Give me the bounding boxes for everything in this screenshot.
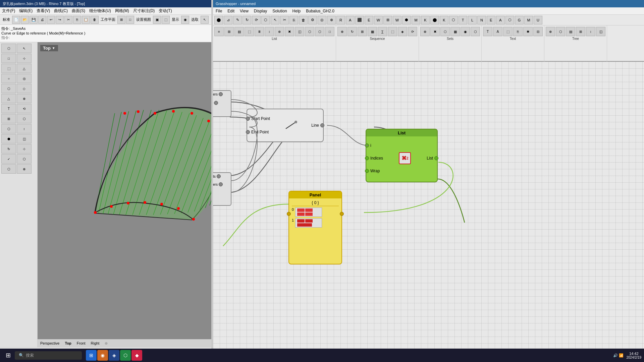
gh-tb-btn18[interactable]: W bbox=[374, 16, 383, 24]
menu-edit[interactable]: 编辑(E) bbox=[17, 8, 35, 14]
tab-front[interactable]: Front bbox=[77, 341, 86, 345]
gh-tb-btn11[interactable]: ⚙ bbox=[308, 16, 317, 24]
taskbar-app2[interactable]: ◉ bbox=[97, 350, 108, 361]
gh-list-icon2[interactable]: ⊞ bbox=[224, 27, 234, 36]
gh-tb-btn31[interactable]: A bbox=[496, 16, 505, 24]
menu-curve[interactable]: 曲线(C) bbox=[52, 8, 70, 14]
gh-seq-icon7[interactable]: ◈ bbox=[398, 27, 407, 36]
gh-tb-btn32[interactable]: ⬡ bbox=[505, 16, 514, 24]
lt-btn15[interactable]: ⊞ bbox=[1, 114, 16, 123]
gh-tb-btn12[interactable]: ◎ bbox=[318, 16, 326, 24]
gh-sets-icon5[interactable]: ◉ bbox=[461, 27, 470, 36]
menu-surface[interactable]: 曲面(S) bbox=[70, 8, 87, 14]
tb-s1[interactable]: ↖ bbox=[201, 16, 209, 24]
gh-seq-icon3[interactable]: ⊞ bbox=[358, 27, 367, 36]
lt-btn14[interactable]: ⟲ bbox=[17, 104, 32, 113]
taskbar-app4[interactable]: ⬡ bbox=[120, 350, 131, 361]
tb-open[interactable]: 📂 bbox=[21, 16, 29, 24]
gh-list-icon11[interactable]: ⬡ bbox=[315, 27, 324, 36]
menu-dim[interactable]: 尺寸标注(D) bbox=[131, 8, 157, 14]
lt-btn18[interactable]: ↕ bbox=[17, 124, 32, 133]
gh-menu-view[interactable]: View bbox=[237, 9, 251, 13]
gh-tb-btn23[interactable]: K bbox=[421, 16, 430, 24]
gh-list-icon9[interactable]: ◫ bbox=[295, 27, 304, 36]
lt-btn25[interactable]: ⬡ bbox=[1, 164, 16, 174]
gh-seq-icon6[interactable]: ⬚ bbox=[388, 27, 397, 36]
gh-seq-icon4[interactable]: ▦ bbox=[368, 27, 377, 36]
lt-btn13[interactable]: T bbox=[1, 104, 16, 113]
gh-sets-icon3[interactable]: ⬡ bbox=[440, 27, 450, 36]
gh-tree-icon2[interactable]: ⬡ bbox=[556, 27, 565, 36]
lt-btn4[interactable]: ⊹ bbox=[17, 54, 32, 63]
tb-v2[interactable]: ⬚ bbox=[162, 16, 170, 24]
gh-text-icon1[interactable]: T bbox=[483, 27, 492, 36]
gh-tb-btn15[interactable]: A bbox=[346, 16, 355, 24]
menu-view[interactable]: 查看(V) bbox=[35, 8, 52, 14]
tb-new[interactable]: 📄 bbox=[12, 16, 20, 24]
tb-copy[interactable]: ⎘ bbox=[73, 16, 81, 24]
gh-seq-icon8[interactable]: ⟳ bbox=[408, 27, 417, 36]
gh-tb-btn2[interactable]: ⊿ bbox=[224, 16, 232, 24]
lt-btn8[interactable]: ◎ bbox=[17, 74, 32, 83]
tab-perspective[interactable]: Perspective bbox=[40, 341, 59, 345]
gh-tb-btn20[interactable]: W bbox=[393, 16, 401, 24]
viewport-label[interactable]: Top ▼ bbox=[40, 45, 58, 51]
menu-transform[interactable]: 变动(T) bbox=[157, 8, 174, 14]
gh-text-icon2[interactable]: A bbox=[493, 27, 502, 36]
gh-tb-btn13[interactable]: ⊕ bbox=[327, 16, 336, 24]
tb-paste[interactable]: 📋 bbox=[82, 16, 90, 24]
gh-tb-btn4[interactable]: ↻ bbox=[243, 16, 251, 24]
tab-right[interactable]: Right bbox=[91, 341, 100, 345]
gh-sets-icon2[interactable]: ✖ bbox=[430, 27, 440, 36]
gh-tb-btn17[interactable]: E bbox=[365, 16, 373, 24]
gh-tb-btn22[interactable]: M bbox=[412, 16, 420, 24]
gh-tb-btn27[interactable]: T bbox=[459, 16, 467, 24]
gh-list-icon4[interactable]: ⬚ bbox=[245, 27, 254, 36]
lt-btn26[interactable]: ⊕ bbox=[17, 164, 32, 174]
start-button[interactable]: ⊞ bbox=[3, 350, 13, 361]
tb-save[interactable]: 💾 bbox=[30, 16, 38, 24]
gh-list-icon1[interactable]: ≡ bbox=[214, 27, 224, 36]
gh-menu-bubalus[interactable]: Bubalus_GH2.0 bbox=[303, 9, 337, 13]
gh-seq-icon5[interactable]: ∑ bbox=[378, 27, 387, 36]
menu-subd[interactable]: 细分物体(U) bbox=[87, 8, 113, 14]
tb-undo[interactable]: ↩ bbox=[47, 16, 55, 24]
gh-list-icon5[interactable]: Ⅲ bbox=[255, 27, 264, 36]
gh-menu-help[interactable]: Help bbox=[290, 9, 304, 13]
taskbar-app5[interactable]: ◆ bbox=[131, 350, 142, 361]
menu-mesh[interactable]: 网格(M) bbox=[113, 8, 131, 14]
gh-tb-btn19[interactable]: ⊞ bbox=[383, 16, 392, 24]
gh-list-icon12[interactable]: □ bbox=[325, 27, 334, 36]
lt-btn1[interactable]: ⬡ bbox=[1, 44, 16, 53]
gh-list-icon8[interactable]: ✖ bbox=[285, 27, 294, 36]
gh-tb-btn10[interactable]: 🗑 bbox=[299, 16, 308, 24]
gh-tree-icon5[interactable]: ↕ bbox=[586, 27, 595, 36]
lt-btn19[interactable]: ⬢ bbox=[1, 134, 16, 143]
gh-tb-btn8[interactable]: ✂ bbox=[280, 16, 289, 24]
gh-tb-btn30[interactable]: E bbox=[487, 16, 495, 24]
lt-btn20[interactable]: ◫ bbox=[17, 134, 32, 143]
taskbar-app3[interactable]: ◈ bbox=[109, 350, 119, 361]
lt-btn2[interactable]: ↖ bbox=[17, 44, 32, 53]
lt-btn12[interactable]: ⊕ bbox=[17, 94, 32, 103]
gh-tb-btn29[interactable]: N bbox=[477, 16, 486, 24]
tb-cut[interactable]: ✂ bbox=[64, 16, 72, 24]
gh-tb-btn26[interactable]: ⬡ bbox=[449, 16, 458, 24]
lt-btn22[interactable]: ⊹ bbox=[17, 144, 32, 154]
node-panel[interactable]: Panel { 0 } 0 1 bbox=[288, 191, 342, 264]
gh-tb-btn6[interactable]: ⬡ bbox=[261, 16, 270, 24]
node-list-item[interactable]: List i Indices Wrap ✖2 bbox=[366, 129, 438, 182]
gh-tb-btn24[interactable]: ⬤ bbox=[430, 16, 439, 24]
gh-text-icon3[interactable]: ⬚ bbox=[503, 27, 513, 36]
taskbar-search[interactable]: 🔍 搜索 bbox=[15, 351, 82, 360]
gh-tb-btn25[interactable]: K bbox=[440, 16, 448, 24]
gh-tb-btn34[interactable]: M bbox=[524, 16, 533, 24]
lt-btn5[interactable]: ⬚ bbox=[1, 64, 16, 73]
lt-btn24[interactable]: ⬡ bbox=[17, 154, 32, 164]
gh-tb-btn21[interactable]: ⬢ bbox=[402, 16, 411, 24]
lt-btn6[interactable]: △ bbox=[17, 64, 32, 73]
lt-btn10[interactable]: ◇ bbox=[17, 84, 32, 93]
gh-seq-icon2[interactable]: ↻ bbox=[347, 27, 357, 36]
lt-btn23[interactable]: ✓ bbox=[1, 154, 16, 164]
gh-list-icon7[interactable]: ⊕ bbox=[275, 27, 284, 36]
